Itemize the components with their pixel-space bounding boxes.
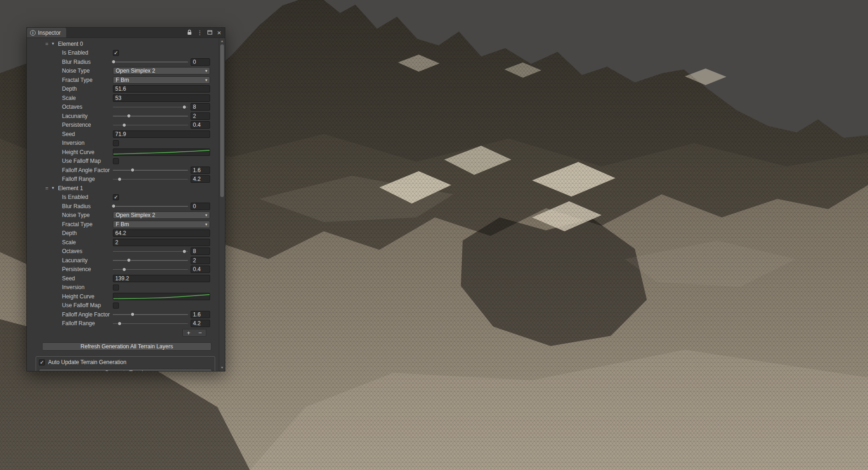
persistence-slider[interactable]: [113, 266, 188, 272]
slider-knob[interactable]: [182, 249, 186, 254]
slider-knob[interactable]: [130, 168, 135, 172]
slider-knob[interactable]: [112, 60, 116, 64]
seed-input[interactable]: 139.2: [113, 275, 210, 282]
seed-input[interactable]: 71.9: [113, 130, 210, 138]
element-foldout-element-0[interactable]: =▼Element 0: [27, 39, 219, 49]
field-control: [113, 293, 210, 300]
octaves-slider[interactable]: [113, 248, 188, 254]
octaves-value-field[interactable]: 8: [191, 103, 210, 111]
inspector-scrollbar[interactable]: ▲ ▼: [219, 38, 225, 371]
slider-knob[interactable]: [118, 177, 122, 181]
element-foldout-element-1[interactable]: =▼Element 1: [27, 184, 219, 193]
field-label: Is Enabled: [62, 194, 113, 200]
blur-radius-value-field[interactable]: 0: [191, 58, 210, 66]
scrollbar-thumb[interactable]: [220, 44, 224, 197]
field-control: 51.6: [113, 85, 210, 93]
falloff-angle-factor-slider[interactable]: [113, 311, 188, 317]
scale-input[interactable]: 2: [113, 239, 210, 246]
slider-knob[interactable]: [127, 258, 131, 262]
field-control: 2: [113, 239, 210, 246]
lacunarity-slider[interactable]: [113, 257, 188, 263]
height-curve-curve-field[interactable]: [113, 293, 210, 300]
is-enabled-checkbox[interactable]: ✓: [113, 50, 119, 56]
close-icon[interactable]: ×: [217, 30, 221, 36]
persistence-value-field[interactable]: 0.4: [191, 121, 210, 129]
use-falloff-map-checkbox[interactable]: [113, 303, 119, 309]
persistence-slider[interactable]: [113, 122, 188, 128]
field-control: 1.6: [113, 167, 210, 174]
falloff-angle-factor-slider[interactable]: [113, 167, 188, 173]
field-control: 139.2: [113, 275, 210, 282]
slider-knob[interactable]: [130, 312, 135, 316]
field-label: Seed: [62, 275, 113, 282]
inversion-checkbox[interactable]: [113, 284, 119, 291]
element-title: Element 1: [58, 185, 83, 192]
scale-input[interactable]: 53: [113, 94, 210, 102]
falloff-range-value-field[interactable]: 4.2: [191, 175, 210, 183]
field-control: 0: [113, 203, 210, 210]
blur-radius-value-field[interactable]: 0: [191, 203, 210, 210]
falloff-range-slider[interactable]: [113, 176, 188, 182]
field-control: 71.9: [113, 130, 210, 138]
height-curve-curve-field[interactable]: [113, 148, 210, 156]
fractal-type-dropdown[interactable]: F Bm▾: [113, 76, 210, 84]
field-row-lacunarity: Lacunarity2: [27, 256, 219, 265]
tab-label: Inspector: [38, 30, 61, 36]
terrain-generation-box: ✓ Auto Update Terrain Generation Generat…: [36, 356, 215, 371]
inversion-checkbox[interactable]: [113, 140, 119, 146]
add-element-button[interactable]: +: [183, 330, 194, 336]
falloff-range-value-field[interactable]: 4.2: [191, 320, 210, 327]
field-row-persistence: Persistence0.4: [27, 121, 219, 130]
field-label: Seed: [62, 131, 113, 137]
maximize-icon[interactable]: [207, 30, 212, 36]
generate-terrain-button[interactable]: Generate Terrain: [39, 369, 212, 371]
fractal-type-dropdown[interactable]: F Bm▾: [113, 221, 210, 228]
lock-icon[interactable]: [187, 30, 192, 36]
blur-radius-slider[interactable]: [113, 203, 188, 209]
falloff-angle-factor-value-field[interactable]: 1.6: [191, 167, 210, 174]
persistence-value-field[interactable]: 0.4: [191, 266, 210, 273]
field-row-octaves: Octaves8: [27, 103, 219, 112]
field-control: 64.2: [113, 229, 210, 237]
use-falloff-map-checkbox[interactable]: [113, 158, 119, 164]
is-enabled-checkbox[interactable]: ✓: [113, 194, 119, 200]
slider-knob[interactable]: [112, 204, 116, 208]
inspector-header: i Inspector ⋮ ×: [27, 28, 225, 38]
depth-input[interactable]: 64.2: [113, 229, 210, 237]
octaves-value-field[interactable]: 8: [191, 247, 210, 255]
blur-radius-slider[interactable]: [113, 59, 188, 65]
lacunarity-slider[interactable]: [113, 113, 188, 119]
falloff-angle-factor-value-field[interactable]: 1.6: [191, 311, 210, 318]
scroll-up-icon[interactable]: ▲: [219, 38, 225, 44]
noise-type-dropdown[interactable]: Open Simplex 2▾: [113, 211, 210, 219]
tab-inspector[interactable]: i Inspector: [27, 28, 66, 37]
slider-knob[interactable]: [118, 322, 122, 326]
auto-update-row: ✓ Auto Update Terrain Generation: [39, 359, 212, 366]
slider-knob[interactable]: [122, 267, 126, 272]
lacunarity-value-field[interactable]: 2: [191, 257, 210, 264]
depth-input[interactable]: 51.6: [113, 85, 210, 93]
scroll-down-icon[interactable]: ▼: [219, 365, 225, 371]
auto-update-checkbox[interactable]: ✓: [39, 359, 45, 365]
field-label: Inversion: [62, 140, 113, 146]
foldout-arrow-icon[interactable]: ▼: [51, 186, 55, 190]
field-control: 4.2: [113, 175, 210, 183]
slider-knob[interactable]: [127, 114, 131, 118]
field-control: [113, 140, 210, 146]
slider-knob[interactable]: [182, 105, 186, 109]
octaves-slider[interactable]: [113, 104, 188, 110]
dropdown-value: F Bm: [116, 77, 205, 83]
foldout-arrow-icon[interactable]: ▼: [51, 42, 55, 46]
field-control: 0.4: [113, 121, 210, 129]
kebab-menu-icon[interactable]: ⋮: [197, 30, 203, 36]
field-control: 2: [113, 112, 210, 120]
refresh-generation-button[interactable]: Refresh Generation All Terrain Layers: [42, 342, 211, 351]
falloff-range-slider[interactable]: [113, 321, 188, 327]
noise-type-dropdown[interactable]: Open Simplex 2▾: [113, 67, 210, 74]
lacunarity-value-field[interactable]: 2: [191, 112, 210, 120]
slider-knob[interactable]: [122, 123, 126, 127]
field-label: Falloff Range: [62, 320, 113, 327]
field-label: Octaves: [62, 104, 113, 110]
remove-element-button[interactable]: −: [194, 330, 206, 336]
field-row-noise-type: Noise TypeOpen Simplex 2▾: [27, 67, 219, 76]
